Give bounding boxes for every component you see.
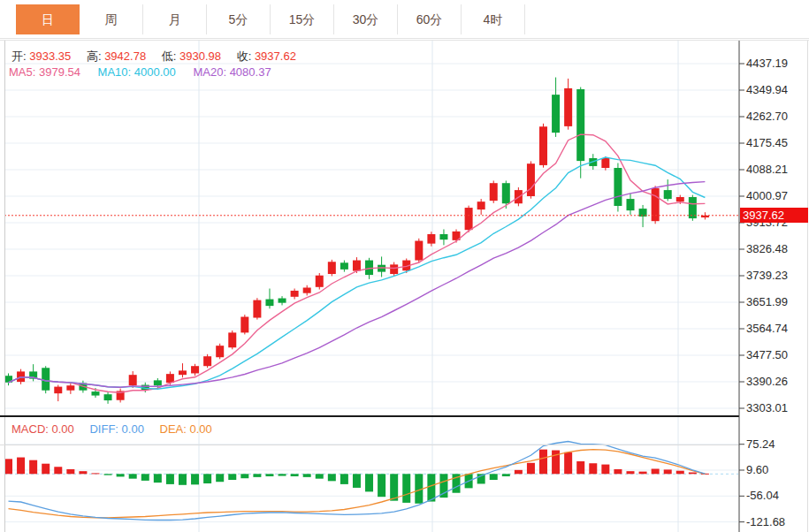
diff-label: DIFF: (89, 422, 118, 436)
price-axis-label: 4349.94 (746, 83, 788, 96)
price-axis-label: 4175.45 (746, 136, 788, 149)
ma10-value: 4000.00 (134, 65, 176, 79)
diff-value: 0.00 (122, 422, 144, 436)
candlestick-chart[interactable] (0, 0, 809, 532)
ma5-label: MA5: (9, 65, 35, 79)
high-value: 3942.78 (104, 49, 146, 63)
close-label: 收: (237, 49, 252, 63)
macd-label: MACD: (11, 422, 49, 436)
open-value: 3933.35 (29, 49, 71, 63)
low-label: 低: (162, 49, 177, 63)
ma5-value: 3979.54 (39, 65, 80, 79)
macd-value: 0.00 (52, 422, 74, 436)
macd-readout: MACD: 0.00 DIFF: 0.00 DEA: 0.00 (11, 422, 225, 436)
macd-axis-label: -121.68 (746, 515, 785, 528)
price-axis-label: 3477.50 (746, 348, 788, 361)
price-axis-label: 3564.74 (746, 322, 788, 335)
price-axis-label: 4262.70 (746, 110, 788, 123)
price-axis-label: 3303.01 (746, 401, 788, 414)
ma20-label: MA20: (193, 65, 226, 79)
macd-axis-label: -56.04 (746, 489, 779, 502)
trading-app: 日周月5分15分30分60分4时 开: 3933.35 高: 3942.78 低… (0, 0, 809, 532)
price-axis-label: 4000.97 (746, 189, 788, 202)
close-value: 3937.62 (255, 49, 296, 63)
last-price-tag: 3937.62 (740, 208, 808, 223)
price-axis-label: 3826.48 (746, 242, 788, 255)
macd-axis-label: 9.60 (746, 463, 768, 476)
price-axis-label: 3651.99 (746, 295, 788, 308)
price-axis-label: 4437.19 (746, 57, 788, 70)
price-axis-label: 4088.21 (746, 163, 788, 176)
high-label: 高: (87, 49, 102, 63)
price-axis-label: 3739.23 (746, 269, 788, 282)
price-axis-label: 3390.26 (746, 375, 788, 388)
macd-axis-label: 75.24 (746, 437, 775, 451)
ma10-label: MA10: (98, 65, 132, 79)
low-value: 3930.98 (179, 49, 221, 63)
dea-value: 0.00 (189, 422, 211, 436)
open-label: 开: (11, 49, 27, 63)
dea-label: DEA: (160, 422, 187, 436)
ohlc-readout: 开: 3933.35 高: 3942.78 低: 3930.98 收: 3937… (11, 49, 309, 65)
ma20-value: 4080.37 (230, 65, 271, 79)
ma-readout: MA5: 3979.54 MA10: 4000.00 MA20: 4080.37 (9, 65, 286, 79)
last-price-value: 3937.62 (743, 209, 784, 222)
